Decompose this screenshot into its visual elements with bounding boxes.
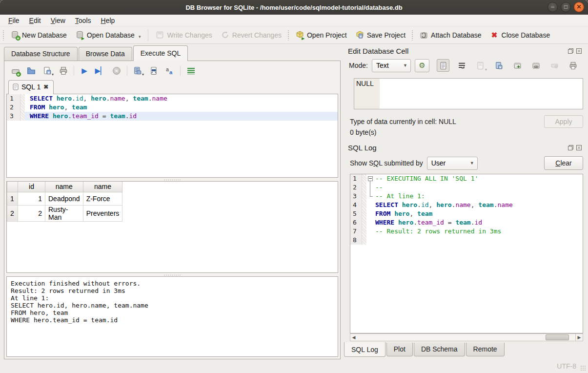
svg-text:a: a — [166, 67, 169, 72]
apply-button: Apply — [544, 115, 583, 128]
splitter-handle[interactable] — [6, 273, 338, 276]
menu-view[interactable]: View — [46, 16, 70, 25]
export-data-button[interactable] — [492, 59, 505, 72]
close-tab-icon[interactable]: ✖ — [43, 83, 48, 90]
cell-null-value: NULL — [354, 79, 380, 109]
menu-tools[interactable]: Tools — [71, 16, 96, 25]
open-external-button[interactable] — [511, 59, 524, 72]
find-button[interactable] — [148, 65, 160, 77]
table-row[interactable]: 1 1 Deadpond Z-Force — [7, 192, 122, 205]
cell-id[interactable]: 2 — [18, 205, 45, 221]
save-project-icon — [356, 31, 364, 39]
menu-file[interactable]: File — [4, 16, 24, 25]
tab-remote[interactable]: Remote — [466, 343, 505, 356]
splitter-handle[interactable] — [6, 178, 338, 181]
close-dock-icon[interactable] — [576, 145, 582, 151]
cell-hero-name[interactable]: Rusty-Man — [45, 205, 83, 221]
main-toolbar: + New Database ▸ Open Database ▾ Write C… — [0, 26, 588, 44]
scroll-left-icon[interactable]: ◀ — [350, 335, 357, 340]
print-cell-button[interactable] — [567, 59, 579, 72]
open-sql-file-button[interactable] — [25, 65, 37, 77]
toolbar-handle[interactable] — [287, 30, 290, 41]
log-horizontal-scrollbar[interactable]: ◀ ▶ — [350, 333, 583, 341]
tab-plot[interactable]: Plot — [386, 343, 413, 356]
float-dock-icon[interactable] — [568, 145, 574, 151]
print-button[interactable] — [58, 65, 69, 77]
scrollbar-thumb[interactable] — [546, 334, 569, 340]
cell-team-name[interactable]: Preventers — [83, 205, 122, 221]
toolbar-handle[interactable] — [2, 30, 5, 41]
sql-file-icon — [13, 83, 19, 90]
open-database-dropdown[interactable]: ▾ — [139, 34, 141, 39]
open-project-button[interactable]: ▸ Open Project — [291, 29, 351, 41]
tab-execute-sql[interactable]: Execute SQL — [133, 45, 188, 61]
execute-line-button[interactable]: ▶▏ — [95, 65, 106, 77]
fold-marker-icon[interactable] — [366, 174, 374, 183]
open-file-icon — [27, 66, 36, 75]
fold-guide — [366, 183, 374, 192]
menu-edit[interactable]: Edit — [25, 16, 45, 25]
copy-link-button[interactable] — [529, 59, 542, 72]
table-row[interactable]: 2 2 Rusty-Man Preventers — [7, 205, 122, 221]
save-sql-file-button[interactable]: ▾ — [41, 65, 53, 77]
submitter-select[interactable]: User ▼ — [427, 157, 478, 170]
save-project-button[interactable]: Save Project — [351, 29, 410, 41]
word-wrap-button[interactable] — [455, 59, 468, 72]
open-database-button[interactable]: ▸ Open Database ▾ — [71, 29, 145, 41]
fold-margin — [362, 236, 366, 245]
tab-db-schema[interactable]: DB Schema — [414, 343, 465, 356]
save-results-button[interactable]: ▾ — [132, 65, 143, 77]
cell-size-text: 0 byte(s) — [350, 127, 583, 138]
external-window-icon — [513, 62, 522, 70]
toolbar-handle[interactable] — [411, 30, 414, 41]
scroll-right-icon[interactable]: ▶ — [576, 335, 583, 340]
auto-format-button[interactable]: ⚙ — [415, 59, 429, 72]
column-header-id[interactable]: id — [18, 182, 45, 192]
mode-select[interactable]: Text ▼ — [372, 59, 411, 72]
open-sql-tab-button[interactable]: + — [9, 65, 21, 77]
play-icon: ▶ — [81, 66, 87, 75]
cell-team-name[interactable]: Z-Force — [83, 192, 122, 205]
close-dock-icon[interactable] — [576, 48, 582, 54]
filter-label: Show SQL submitted by — [350, 159, 423, 167]
word-wrap-icon — [458, 62, 466, 70]
vertical-splitter[interactable] — [341, 45, 344, 359]
tab-sql-log[interactable]: SQL Log — [344, 342, 385, 357]
menubar: File Edit View Tools Help — [0, 15, 588, 26]
close-button[interactable]: ✕ — [574, 2, 584, 12]
sql-log-view[interactable]: 1 -- EXECUTING ALL IN 'SQL 1' 2 -- 3 -- … — [350, 174, 583, 333]
column-header-name[interactable]: name — [45, 182, 83, 192]
results-grid: id name name 1 1 Deadpond Z-Force 2 — [6, 181, 338, 273]
open-project-icon: ▸ — [296, 31, 304, 39]
new-database-button[interactable]: + New Database — [6, 29, 71, 41]
corner-cell — [7, 182, 18, 192]
float-dock-icon[interactable] — [568, 48, 574, 54]
format-sql-button[interactable] — [185, 65, 197, 77]
tab-browse-data[interactable]: Browse Data — [79, 47, 132, 61]
fold-margin — [20, 94, 25, 103]
results-header-row: id name name — [7, 182, 122, 192]
main-tab-bar: Database Structure Browse Data Execute S… — [4, 45, 341, 61]
attach-database-icon — [420, 31, 428, 39]
menu-help[interactable]: Help — [97, 16, 120, 25]
cell-id[interactable]: 1 — [18, 192, 45, 205]
row-header[interactable]: 2 — [7, 205, 18, 221]
text-view-button[interactable] — [437, 59, 449, 72]
column-header-name2[interactable]: name — [83, 182, 122, 192]
mode-label: Mode: — [349, 62, 368, 69]
maximize-button[interactable]: □ — [561, 2, 571, 12]
auto-completion-button[interactable]: aa — [164, 65, 176, 77]
sql-editor[interactable]: 1 SELECT hero.id, hero.name, team.name 2… — [6, 94, 338, 178]
attach-database-button[interactable]: Attach Database — [415, 29, 486, 41]
close-database-button[interactable]: ✖ Close Database — [486, 29, 555, 41]
cell-hero-name[interactable]: Deadpond — [45, 192, 83, 205]
execute-all-button[interactable]: ▶ — [79, 65, 90, 77]
cell-value-editor[interactable]: NULL — [354, 78, 583, 109]
resize-grip[interactable] — [580, 365, 586, 371]
row-header[interactable]: 1 — [7, 192, 18, 205]
sql-1-tab[interactable]: SQL 1 ✖ — [8, 80, 54, 94]
clear-button[interactable]: Clear — [544, 156, 583, 170]
tab-database-structure[interactable]: Database Structure — [4, 47, 78, 61]
minimize-button[interactable]: – — [547, 2, 558, 12]
log-line: 2 -- — [350, 183, 583, 192]
